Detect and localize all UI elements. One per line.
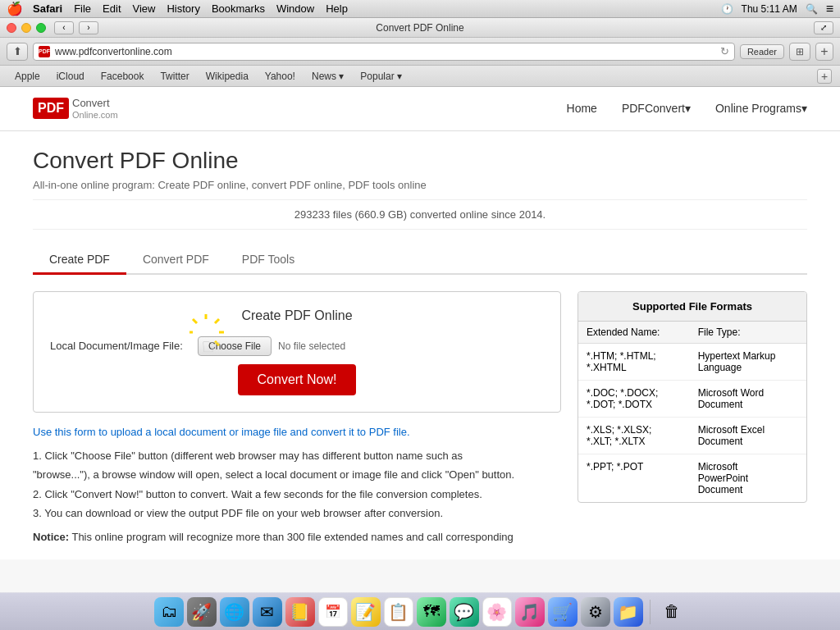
page-title: Convert PDF Online [33, 148, 807, 174]
close-button[interactable] [7, 23, 16, 33]
bookmarks-bar: Apple iCloud Facebook Twitter Wikipedia … [0, 66, 840, 87]
bookmark-facebook[interactable]: Facebook [94, 69, 151, 84]
menu-safari[interactable]: Safari [33, 2, 62, 15]
bookmark-yahoo[interactable]: Yahoo! [258, 69, 302, 84]
share-button[interactable]: ⬆ [7, 43, 28, 61]
main-layout: Create PDF Online Local Document/Image F… [33, 291, 807, 544]
menu-help[interactable]: Help [326, 2, 348, 15]
dock-trash[interactable]: 🗑 [657, 597, 687, 627]
dock-photos[interactable]: 🌸 [482, 597, 512, 627]
dock-mail[interactable]: ✉ [253, 597, 282, 627]
window-title: Convert PDF Online [376, 22, 463, 34]
dock-appstore[interactable]: 🛒 [548, 597, 578, 627]
bookmark-icloud[interactable]: iCloud [50, 69, 91, 84]
dock-messages[interactable]: 💬 [450, 597, 479, 627]
menu-bookmarks[interactable]: Bookmarks [212, 2, 265, 15]
dock: 🗂 🚀 🌐 ✉ 📒 📅 📝 📋 🗺 💬 🌸 🎵 🛒 ⚙ 📁 🗑 [0, 592, 840, 630]
site-navigation: PDF Convert Online.com Home PDFConvert▾ … [0, 87, 840, 131]
page-main: Convert PDF Online All-in-one online pro… [0, 131, 840, 560]
nav-online-programs[interactable]: Online Programs▾ [715, 102, 807, 115]
convert-now-button[interactable]: Convert Now! [238, 364, 357, 395]
page-stats: 293233 files (660.9 GB) converted online… [33, 199, 807, 230]
bookmark-popular[interactable]: Popular ▾ [354, 69, 409, 84]
maximize-button[interactable] [36, 23, 46, 33]
site-logo: PDF Convert Online.com [33, 97, 118, 121]
dock-itunes[interactable]: 🎵 [515, 597, 545, 627]
dock-files[interactable]: 📁 [614, 597, 643, 627]
right-panel: Supported File Formats Extended Name: Fi… [578, 291, 807, 544]
nav-pdf-convert[interactable]: PDFConvert▾ [622, 102, 691, 115]
reader-button[interactable]: Reader [740, 44, 784, 59]
search-icon[interactable]: 🔍 [806, 3, 818, 15]
address-bar[interactable]: PDF www.pdfconvertonline.com ↻ [33, 43, 735, 61]
back-button[interactable]: ‹ [54, 21, 74, 34]
create-pdf-box: Create PDF Online Local Document/Image F… [33, 291, 561, 413]
logo-text: Convert Online.com [72, 97, 118, 121]
format-type-xls: Microsoft ExcelDocument [690, 417, 806, 454]
file-input-area: Choose File No file selected [198, 336, 345, 356]
formats-table: Extended Name: File Type: *.HTM; *.HTML;… [578, 322, 806, 502]
menu-history[interactable]: History [167, 2, 199, 15]
sidebar-button[interactable]: ⊞ [789, 43, 810, 61]
minimize-button[interactable] [21, 23, 31, 33]
menubar-time: Thu 5:11 AM [742, 3, 797, 15]
menu-file[interactable]: File [74, 2, 91, 15]
file-label: Local Document/Image File: [50, 340, 189, 352]
site-nav-links: Home PDFConvert▾ Online Programs▾ [567, 102, 807, 115]
formats-box: Supported File Formats Extended Name: Fi… [578, 291, 807, 503]
expand-button[interactable]: ⤢ [814, 21, 833, 34]
format-row-doc: *.DOC; *.DOCX;*.DOT; *.DOTX Microsoft Wo… [578, 380, 806, 417]
col-type-header: File Type: [690, 322, 806, 344]
dock-notes[interactable]: 📝 [351, 597, 381, 627]
menu-view[interactable]: View [133, 2, 156, 15]
formats-title: Supported File Formats [578, 292, 806, 322]
apple-menu-icon[interactable]: 🍎 [7, 1, 23, 16]
left-panel: Create PDF Online Local Document/Image F… [33, 291, 561, 544]
dock-separator [650, 600, 651, 624]
address-text: www.pdfconvertonline.com [55, 46, 720, 57]
list-icon[interactable]: ≡ [826, 2, 833, 16]
file-input-row: Local Document/Image File: Choose File N… [50, 336, 544, 356]
dock-safari[interactable]: 🌐 [220, 597, 249, 627]
logo-pdf-text: PDF [33, 98, 69, 119]
site-favicon: PDF [39, 46, 50, 57]
refresh-button[interactable]: ↻ [720, 45, 729, 57]
forward-button[interactable]: › [79, 21, 98, 34]
choose-file-button[interactable]: Choose File [198, 336, 272, 356]
tab-create-pdf[interactable]: Create PDF [33, 246, 126, 275]
bookmark-apple[interactable]: Apple [8, 69, 47, 84]
title-bar: ‹ › Convert PDF Online ⤢ [0, 18, 840, 38]
step-list: 1. Click "Choose File" button (different… [33, 446, 561, 523]
dock-reminders[interactable]: 📋 [384, 597, 413, 627]
page-tabs: Create PDF Convert PDF PDF Tools [33, 246, 807, 275]
dock-launchpad[interactable]: 🚀 [187, 597, 217, 627]
dock-calendar[interactable]: 📅 [318, 597, 348, 627]
dock-systemprefs[interactable]: ⚙ [581, 597, 610, 627]
convert-btn-container: Convert Now! [50, 364, 544, 395]
bookmark-news[interactable]: News ▾ [305, 69, 350, 84]
menu-window[interactable]: Window [276, 2, 314, 15]
new-tab-button[interactable]: + [817, 69, 832, 84]
no-file-text: No file selected [278, 340, 345, 352]
dock-finder[interactable]: 🗂 [154, 597, 184, 627]
tab-convert-pdf[interactable]: Convert PDF [126, 246, 226, 275]
add-tab-button[interactable]: + [815, 43, 833, 61]
logo-convert: Convert [72, 97, 118, 110]
step-1: 1. Click "Choose File" button (different… [33, 446, 561, 485]
bookmark-twitter[interactable]: Twitter [153, 69, 195, 84]
format-ext-xls: *.XLS; *.XLSX;*.XLT; *.XLTX [578, 417, 690, 454]
instructions-text: Use this form to upload a local document… [33, 426, 561, 438]
clock-icon: 🕐 [721, 3, 733, 15]
format-type-ppt: MicrosoftPowerPointDocument [690, 454, 806, 502]
nav-home[interactable]: Home [567, 102, 597, 115]
dock-contacts[interactable]: 📒 [285, 597, 315, 627]
tab-pdf-tools[interactable]: PDF Tools [226, 246, 311, 275]
menu-bar: 🍎 Safari File Edit View History Bookmark… [0, 0, 840, 18]
bookmark-wikipedia[interactable]: Wikipedia [199, 69, 255, 84]
format-row-ppt: *.PPT; *.POT MicrosoftPowerPointDocument [578, 454, 806, 502]
dock-maps[interactable]: 🗺 [417, 597, 446, 627]
step-2: 2. Click "Convert Now!" button to conver… [33, 485, 561, 504]
menu-edit[interactable]: Edit [103, 2, 121, 15]
format-ext-ppt: *.PPT; *.POT [578, 454, 690, 502]
format-ext-doc: *.DOC; *.DOCX;*.DOT; *.DOTX [578, 380, 690, 417]
